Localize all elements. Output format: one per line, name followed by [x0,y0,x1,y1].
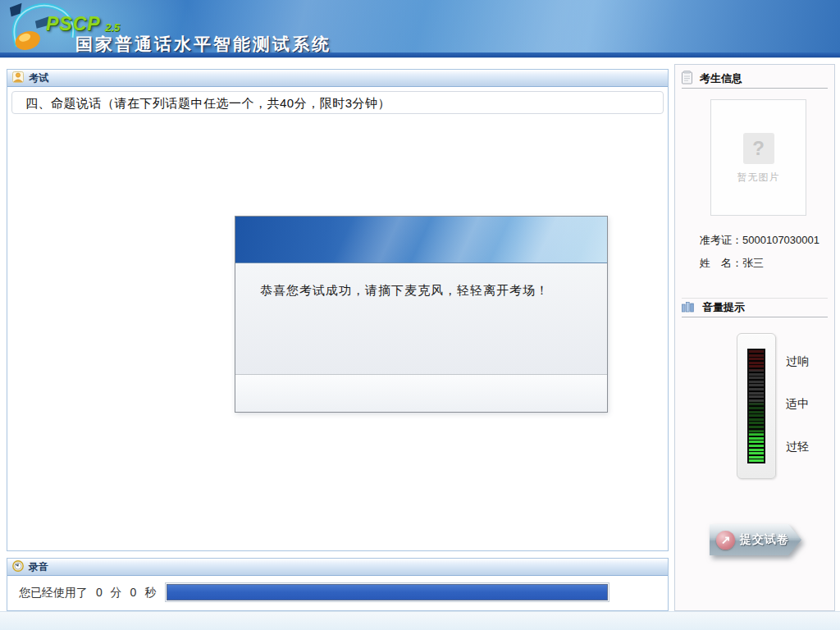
page-bottom-strip [0,611,840,630]
volume-header: 音量提示 [682,298,828,317]
notepad-icon [682,71,692,87]
question-box: 四、命题说话（请在下列话题中任选一个，共40分，限时3分钟） [11,91,664,114]
dialog-footer [235,374,607,411]
clock-icon [12,560,24,574]
elapsed-seconds: 0 [130,586,136,599]
ticket-value: 5000107030001 [742,234,819,246]
recording-content-row: 您已经使用了 0 分 0 秒 [7,576,668,611]
name-row: 姓 名：张三 [700,256,764,271]
volume-title: 音量提示 [702,300,745,315]
dialog-message: 恭喜您考试成功，请摘下麦克风，轻轻离开考场！ [260,283,549,297]
recording-title-bar: 录音 [7,559,668,576]
volume-label-quiet: 过轻 [786,440,809,454]
candidate-panel: 考生信息 ? 暂无图片 准考证：5000107030001 姓 名：张三 音量提… [674,64,835,611]
recording-progress [165,582,609,602]
result-dialog: 恭喜您考试成功，请摘下麦克风，轻轻离开考场！ [235,216,608,413]
exam-panel: 考试 四、命题说话（请在下列话题中任选一个，共40分，限时3分钟） 恭喜您考试成… [7,69,669,551]
name-value: 张三 [742,257,764,269]
photo-placeholder: ? 暂无图片 [710,99,806,216]
submit-label: 提交试卷 [740,532,789,547]
bar-chart-icon [682,300,695,315]
app-header: PSCP 2.5 国家普通话水平智能测试系统 [0,0,840,52]
question-text: 四、命题说话（请在下列话题中任选一个，共40分，限时3分钟） [25,96,390,110]
elapsed-min-unit: 分 [111,586,122,599]
dialog-body: 恭喜您考试成功，请摘下麦克风，轻轻离开考场！ [235,263,607,374]
ticket-label: 准考证： [700,234,742,246]
recording-title: 录音 [29,560,48,574]
volume-meter [747,349,765,463]
volume-meter-frame [737,333,776,479]
logo-version-text: 2.5 [105,21,120,34]
header-bottom-strip [0,52,840,58]
photo-question-icon: ? [743,133,774,164]
elapsed-text: 您已经使用了 0 分 0 秒 [19,586,161,600]
logo-text: PSCP [46,13,101,35]
elapsed-sec-unit: 秒 [144,586,156,599]
candidate-title: 考生信息 [700,71,742,86]
elapsed-prefix: 您已经使用了 [19,586,88,599]
ticket-row: 准考证：5000107030001 [700,233,819,248]
volume-label-medium: 适中 [786,397,809,412]
submit-arrow-icon: ↗ [716,531,735,550]
exam-title: 考试 [29,71,48,85]
volume-label-loud: 过响 [786,354,809,369]
submit-button[interactable]: ↗ 提交试卷 [710,524,801,555]
submit-button-wrap: ↗ 提交试卷 [710,524,801,555]
recording-progress-fill [167,584,608,600]
person-icon [12,71,24,85]
candidate-header: 考生信息 [682,69,828,89]
recording-panel: 录音 您已经使用了 0 分 0 秒 [7,558,669,611]
name-label: 姓 名： [700,257,742,269]
exam-title-bar: 考试 [7,70,668,87]
dialog-banner [235,217,607,263]
elapsed-minutes: 0 [96,586,103,599]
photo-placeholder-text: 暂无图片 [711,171,806,185]
